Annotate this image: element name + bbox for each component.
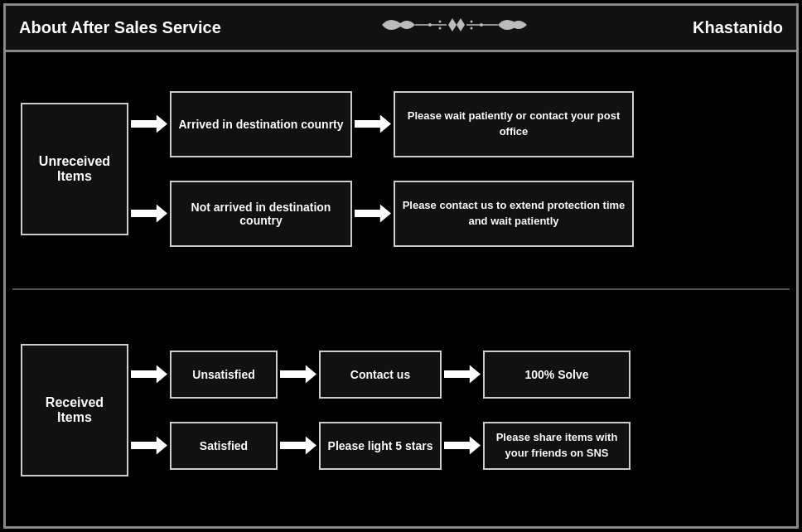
svg-marker-0 [448,18,457,31]
unreceived-row1: Arrived in destination counrty Please wa… [128,91,634,157]
arrow7 [442,365,483,384]
main-container: About After Sales Service [3,3,799,529]
header-ornament [374,12,539,44]
arrow4 [352,205,394,223]
received-result2: Please share items with your friends on … [483,422,630,470]
received-row2: Satisfied Please light 5 stars Please sh… [128,422,630,470]
received-section: Received Items Unsatisfied Contact us 10… [6,293,796,526]
received-mid2: Satisfied [170,422,278,470]
svg-point-8 [471,21,473,23]
unreceived-mid1: Arrived in destination counrty [170,91,352,157]
received-mid1: Unsatisfied [170,351,278,399]
svg-point-4 [428,23,432,27]
arrow10 [442,437,483,455]
unreceived-result1: Please wait patiently or contact your po… [394,91,634,157]
unreceived-row2: Not arrived in destination country Pleas… [128,181,634,247]
arrow8 [128,437,170,455]
unreceived-main-box: Unreceived Items [21,103,128,235]
arrow3 [128,205,170,223]
unreceived-result2: Please contact us to extend protection t… [394,181,634,247]
svg-marker-1 [457,18,465,31]
received-branches: Unsatisfied Contact us 100% Solve Satisf… [128,351,630,470]
arrow9 [278,437,319,455]
section-divider [12,288,790,290]
header-title: About After Sales Service [19,18,221,37]
svg-point-9 [471,27,473,30]
header: About After Sales Service [6,6,796,52]
svg-point-5 [439,21,442,23]
unreceived-mid2: Not arrived in destination country [170,181,352,247]
received-main-box: Received Items [21,344,128,476]
arrow2 [352,115,394,133]
svg-point-6 [439,27,442,30]
arrow1 [128,115,170,133]
received-result1: 100% Solve [483,351,630,399]
unreceived-branches: Arrived in destination counrty Please wa… [128,91,634,247]
header-brand: Khastanido [693,18,783,37]
arrow5 [128,365,170,384]
arrow6 [278,365,319,384]
unreceived-section: Unreceived Items Arrived in destination … [6,52,796,285]
received-row1: Unsatisfied Contact us 100% Solve [128,351,630,399]
received-mid1b: Contact us [319,351,442,399]
received-mid2b: Please light 5 stars [319,422,442,470]
svg-point-7 [480,23,483,27]
